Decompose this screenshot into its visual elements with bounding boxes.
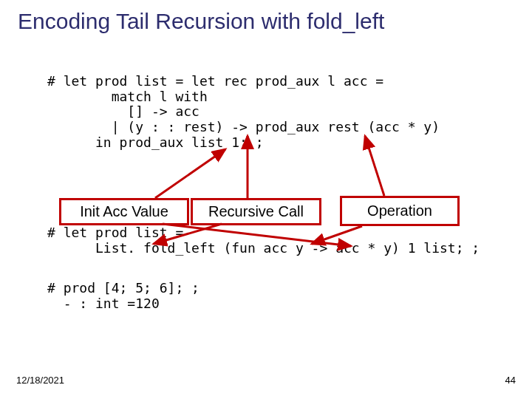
code-block-foldleft: # let prod list = List. fold_left (fun a… bbox=[47, 225, 480, 256]
code-block-result: # prod [4; 5; 6]; ; - : int =120 bbox=[47, 281, 200, 311]
label-recursive-call: Recursive Call bbox=[191, 198, 321, 225]
slide: Encoding Tail Recursion with fold_left #… bbox=[0, 0, 532, 399]
code-block-recursive: # let prod list = let rec prod_aux l acc… bbox=[47, 74, 440, 150]
slide-title: Encoding Tail Recursion with fold_left bbox=[18, 9, 384, 34]
label-init-acc: Init Acc Value bbox=[59, 198, 189, 225]
label-operation: Operation bbox=[340, 196, 460, 226]
footer-date: 12/18/2021 bbox=[16, 375, 64, 386]
footer-page-number: 44 bbox=[505, 375, 516, 386]
svg-line-0 bbox=[155, 149, 225, 198]
